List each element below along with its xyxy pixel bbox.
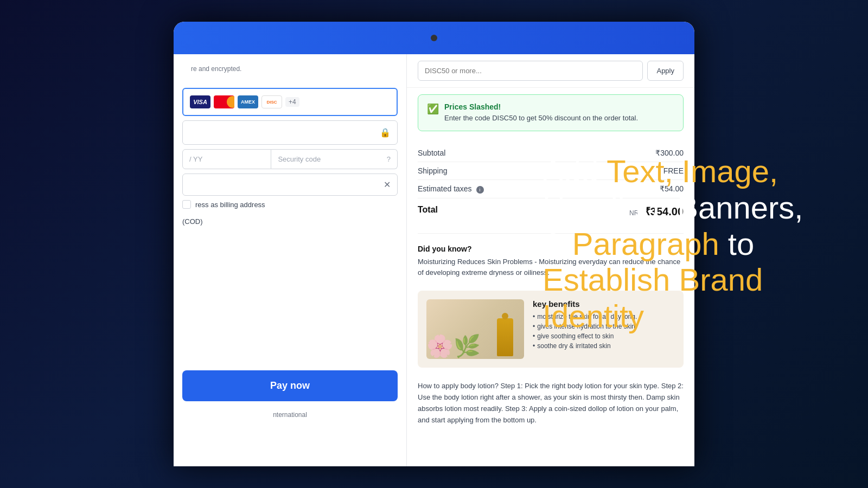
clear-icon[interactable]: ✕ (384, 179, 391, 190)
key-benefits-list: key benefits • moisturize the skin for a… (533, 299, 675, 352)
billing-label: ress as billing address (195, 201, 265, 209)
benefit-item-3: • give soothing effect to skin (533, 332, 675, 340)
total-value: INR ₹354.00 (628, 205, 684, 218)
benefit-text-2: gives intense hydration to the skin (537, 323, 635, 330)
screen-top-bar (174, 22, 694, 54)
cvv-placeholder: Security code (278, 155, 321, 163)
card-fields-row: / YY Security code ? (182, 149, 398, 169)
left-panel: re and encrypted. VISA AMEX DISC +4 🔒 / (174, 54, 407, 466)
coupon-section: Apply (407, 54, 694, 88)
benefit-text-3: give soothing effect to skin (537, 332, 614, 340)
benefit-text-1: moisturize the skin for all day long. (537, 313, 637, 320)
product-image: 🌸🌿 (426, 299, 524, 359)
benefit-item-1: • moisturize the skin for all day long. (533, 313, 675, 320)
secure-text: re and encrypted. (182, 61, 398, 77)
apply-coupon-button[interactable]: Apply (647, 61, 684, 81)
shipping-value: FREE (663, 166, 684, 175)
taxes-info-icon[interactable]: i (476, 186, 484, 194)
amex-icon: AMEX (238, 95, 258, 108)
billing-checkbox-row: ress as billing address (182, 200, 398, 209)
how-to-text: How to apply body lotion? Step 1: Pick t… (418, 381, 684, 426)
camera-notch (431, 35, 437, 41)
form-section: re and encrypted. (174, 54, 406, 84)
did-you-know-section: Did you know? Moisturizing Reduces Skin … (407, 238, 694, 284)
name-field[interactable]: ✕ (182, 174, 398, 196)
flower-decoration: 🌸🌿 (426, 333, 481, 359)
dyk-text: Moisturizing Reduces Skin Problems - Moi… (418, 256, 684, 278)
plus-more-label: +4 (285, 97, 299, 107)
product-banner: 🌸🌿 key benefits • moisturize the skin fo… (418, 291, 684, 368)
promo-check-icon: ✅ (427, 103, 439, 123)
taxes-value: ₹54.00 (660, 184, 684, 194)
pay-now-button[interactable]: Pay now (182, 370, 398, 401)
bullet-1: • (533, 313, 535, 320)
how-to-apply-section: How to apply body lotion? Step 1: Pick t… (407, 374, 694, 436)
laptop-screen: re and encrypted. VISA AMEX DISC +4 🔒 / (174, 22, 694, 466)
card-brand-row: VISA AMEX DISC +4 (182, 88, 398, 116)
shipping-row: Shipping FREE (418, 162, 684, 180)
taxes-row: Estimated taxes i ₹54.00 (418, 180, 684, 198)
subtotal-label: Subtotal (418, 149, 445, 157)
discover-icon: DISC (261, 95, 282, 108)
card-icons: VISA AMEX DISC +4 (190, 95, 299, 108)
total-currency: INR (628, 209, 639, 217)
key-benefits-title: key benefits (533, 299, 675, 309)
coupon-input[interactable] (418, 61, 643, 81)
shipping-label: Shipping (418, 166, 448, 175)
cod-option[interactable]: (COD) (182, 213, 398, 230)
lock-icon: 🔒 (380, 127, 391, 138)
headline-to: to (728, 226, 754, 261)
subtotal-row: Subtotal ₹300.00 (418, 144, 684, 162)
total-row: Total INR ₹354.00 (418, 198, 684, 222)
price-breakdown: Subtotal ₹300.00 Shipping FREE Estimated… (407, 138, 694, 229)
total-amount: ₹354.00 (643, 206, 684, 217)
laptop-frame: re and encrypted. VISA AMEX DISC +4 🔒 / (174, 22, 694, 466)
card-number-field[interactable]: 🔒 (182, 120, 398, 145)
benefit-item-2: • gives intense hydration to the skin (533, 323, 675, 330)
billing-checkbox[interactable] (182, 200, 191, 209)
promo-content: Prices Slashed! Enter the code DISC50 to… (444, 102, 638, 123)
bullet-3: • (533, 332, 535, 340)
right-panel[interactable]: Apply ✅ Prices Slashed! Enter the code D… (407, 54, 694, 466)
promo-banner: ✅ Prices Slashed! Enter the code DISC50 … (418, 94, 684, 131)
section-divider (418, 233, 684, 234)
bottom-text: nternational (174, 407, 406, 423)
bullet-4: • (533, 342, 535, 350)
subtotal-value: ₹300.00 (655, 149, 684, 157)
mastercard-icon (214, 95, 234, 108)
benefit-text-4: soothe dry & irritated skin (537, 342, 610, 350)
bullet-2: • (533, 323, 535, 330)
promo-title: Prices Slashed! (444, 102, 638, 111)
cvv-field[interactable]: Security code ? (271, 149, 398, 169)
benefit-item-4: • soothe dry & irritated skin (533, 342, 675, 350)
promo-description: Enter the code DISC50 to get 50% discoun… (444, 113, 638, 123)
product-bottle (497, 318, 513, 356)
expiry-field[interactable]: / YY (182, 149, 271, 169)
help-icon: ? (387, 155, 391, 163)
visa-icon: VISA (190, 95, 210, 108)
taxes-label: Estimated taxes i (418, 184, 484, 194)
total-label: Total (418, 205, 438, 218)
dyk-title: Did you know? (418, 245, 684, 253)
